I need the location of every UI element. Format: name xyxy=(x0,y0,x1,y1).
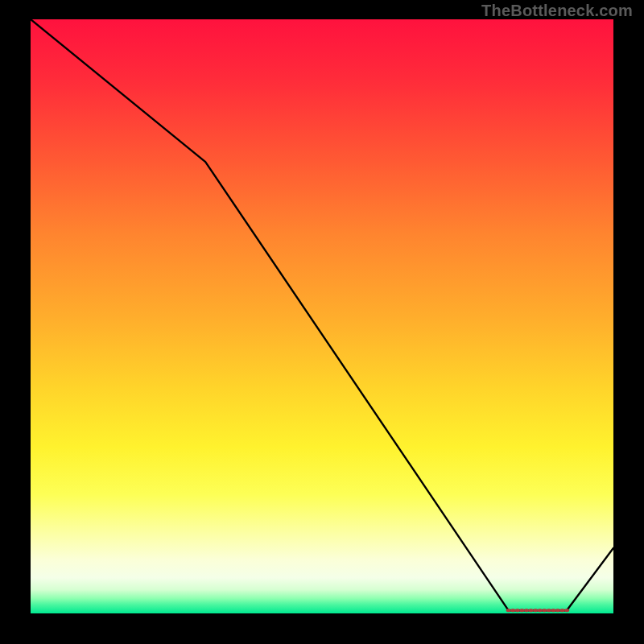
marker-dot xyxy=(551,609,555,612)
marker-dot xyxy=(555,609,560,612)
marker-dot xyxy=(560,609,565,612)
watermark-text: TheBottleneck.com xyxy=(481,2,633,20)
marker-dot xyxy=(524,609,529,612)
marker-dot xyxy=(529,609,534,612)
marker-dot xyxy=(533,609,538,612)
marker-dot xyxy=(519,609,524,612)
marker-dot xyxy=(564,609,569,612)
chart-frame: TheBottleneck.com xyxy=(0,0,644,644)
marker-dot xyxy=(506,609,511,612)
marker-dot xyxy=(542,609,547,612)
marker-dot xyxy=(547,609,551,612)
marker-dot xyxy=(510,609,515,612)
curve-line xyxy=(31,19,613,610)
plot-area xyxy=(31,19,613,613)
flat-region-markers xyxy=(506,609,569,612)
curve-series xyxy=(31,19,613,610)
marker-dot xyxy=(515,609,520,612)
chart-svg xyxy=(31,19,613,613)
marker-dot xyxy=(538,609,543,612)
